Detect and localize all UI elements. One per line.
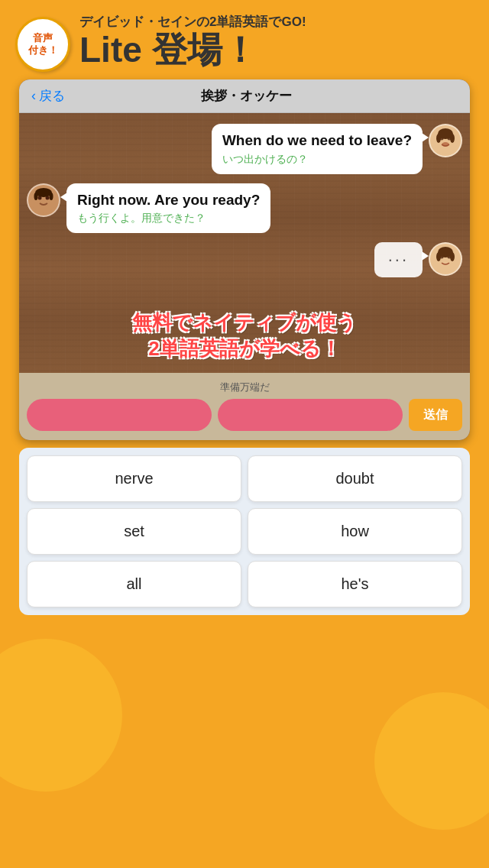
bubble-tail-1 xyxy=(422,133,429,142)
message-row-1: When do we need to leave? いつ出かけるの？ xyxy=(27,124,462,174)
input-hint: 準備万端だ xyxy=(27,381,462,394)
chat-overlay-text: 無料でネイティブが使う 2単語英語が学べる！ xyxy=(132,310,357,362)
bubble-msg1[interactable]: When do we need to leave? いつ出かけるの？ xyxy=(212,124,423,174)
bubble-msg2[interactable]: Right now. Are you ready? もう行くよ。用意できた？ xyxy=(66,183,270,234)
avatar-female-1 xyxy=(429,124,462,157)
bubble-tail-3 xyxy=(422,251,429,261)
typing-dots: ··· xyxy=(388,250,409,269)
chat-title: 挨拶・オッケー xyxy=(73,87,419,105)
bubble-typing: ··· xyxy=(374,242,423,277)
svg-point-18 xyxy=(450,252,455,261)
svg-point-17 xyxy=(436,252,441,261)
header-subtitle: デイビッド・セインの2単語英語でGO! xyxy=(79,14,474,31)
overlay-line2: 2単語英語が学べる！ xyxy=(132,336,357,362)
voice-badge-text: 音声 付き！ xyxy=(28,32,58,56)
back-button[interactable]: ‹ 戻る xyxy=(31,87,65,105)
chat-topbar: ‹ 戻る 挨拶・オッケー xyxy=(19,79,470,113)
word-button-set[interactable]: set xyxy=(27,508,241,555)
send-button[interactable]: 送信 xyxy=(409,399,462,431)
header-text-block: デイビッド・セインの2単語英語でGO! Lite 登場！ xyxy=(79,14,474,70)
chat-messages: When do we need to leave? いつ出かけるの？ xyxy=(19,113,470,373)
bubble-japanese-2: もう行くよ。用意できた？ xyxy=(77,212,260,225)
message-row-2: Right now. Are you ready? もう行くよ。用意できた？ xyxy=(27,183,462,234)
word-button-all[interactable]: all xyxy=(27,561,241,607)
bubble-tail-2 xyxy=(60,193,67,202)
bubble-english-2: Right now. Are you ready? xyxy=(77,191,260,210)
word-button-hes[interactable]: he's xyxy=(248,561,462,607)
word-grid: nerve doubt set how all he's xyxy=(19,448,470,615)
svg-point-6 xyxy=(450,134,455,143)
bubble-japanese-1: いつ出かけるの？ xyxy=(222,153,412,167)
header-section: 音声 付き！ デイビッド・セインの2単語英語でGO! Lite 登場！ xyxy=(0,0,489,79)
chat-input-area: 準備万端だ 送信 xyxy=(19,373,470,440)
svg-point-11 xyxy=(34,193,38,200)
voice-badge: 音声 付き！ xyxy=(15,17,70,72)
overlay-line1: 無料でネイティブが使う xyxy=(132,310,357,336)
word-button-nerve[interactable]: nerve xyxy=(27,455,241,502)
word-button-doubt[interactable]: doubt xyxy=(248,455,462,502)
avatar-male-2 xyxy=(27,183,60,217)
back-label: 戻る xyxy=(39,87,65,105)
svg-point-12 xyxy=(50,193,53,200)
word-slot-2[interactable] xyxy=(218,399,403,431)
chat-container: ‹ 戻る 挨拶・オッケー xyxy=(19,79,470,440)
svg-point-5 xyxy=(436,134,441,143)
word-button-how[interactable]: how xyxy=(248,508,462,555)
header-title: Lite 登場！ xyxy=(79,31,474,70)
bubble-english-1: When do we need to leave? xyxy=(222,131,412,151)
input-row: 送信 xyxy=(27,399,462,431)
message-row-3: ··· xyxy=(27,242,462,277)
back-chevron-icon: ‹ xyxy=(31,88,36,104)
avatar-female-3 xyxy=(429,242,462,276)
word-slot-1[interactable] xyxy=(27,399,212,431)
